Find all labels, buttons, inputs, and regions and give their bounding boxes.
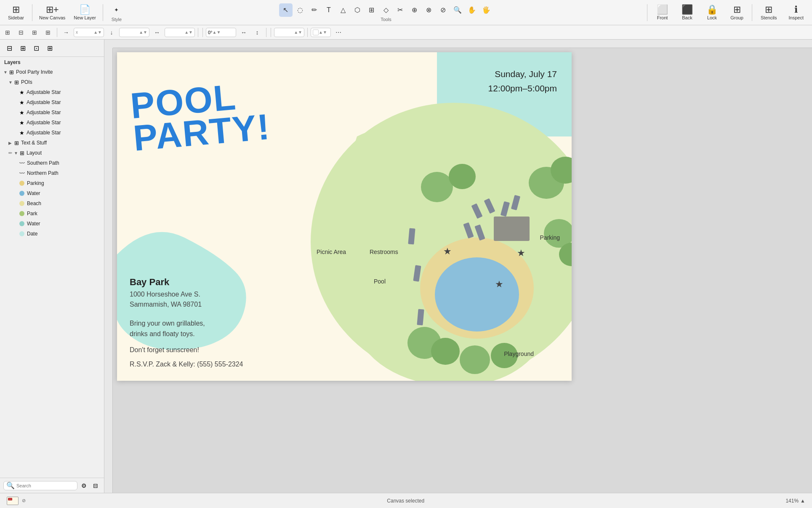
layer-parking[interactable]: Parking xyxy=(2,178,102,188)
node-tool[interactable]: ◇ xyxy=(379,3,393,17)
addr-line1: 1000 Horseshoe Ave S. xyxy=(130,289,269,299)
collapse-button[interactable]: ⊟ xyxy=(91,481,101,491)
new-layer-button[interactable]: 📄 New Layer xyxy=(70,3,99,22)
stencils-button[interactable]: ⊞ Stencils xyxy=(756,3,782,22)
tb2-layers-btn[interactable]: ⊞ xyxy=(2,27,13,38)
tb2-x-input[interactable]: x ▲▼ xyxy=(74,28,104,37)
layer-beach[interactable]: Beach xyxy=(2,198,102,209)
layer-name-water2: Water xyxy=(27,221,101,227)
tb2-arrange-btn[interactable]: ⊞ xyxy=(42,27,54,38)
search-input[interactable] xyxy=(16,483,75,488)
layer-water1[interactable]: Water xyxy=(2,188,102,198)
eye-icon2[interactable]: 👁 xyxy=(79,140,85,146)
layer-pool-party-invite[interactable]: ▼ ⊞ Pool Party Invite xyxy=(2,67,102,77)
transform-tool[interactable]: ⬡ xyxy=(351,3,364,17)
layer-star4[interactable]: ★ Adjustable Star xyxy=(2,118,102,128)
tb2-opacity-input[interactable]: ▲▼ xyxy=(274,28,304,37)
inspect-button[interactable]: ℹ Inspect xyxy=(784,3,809,22)
new-canvas-button[interactable]: ⊞+ New Canvas xyxy=(36,3,69,22)
layer-star3[interactable]: ★ Adjustable Star xyxy=(2,107,102,118)
zoom-level: 141% xyxy=(785,498,799,504)
lock-layer-icon[interactable]: 🔒 xyxy=(93,80,101,85)
pan-tool[interactable]: 🖐 xyxy=(479,3,493,17)
front-button[interactable]: ⬜ Front xyxy=(651,3,674,22)
layer-pois[interactable]: ▼ ⊞ POIs 👁 🖨 🔒 xyxy=(2,77,102,87)
align-btn[interactable]: ⊞ xyxy=(17,42,29,54)
body-line1: Bring your own grillables, xyxy=(130,318,269,329)
toggle-pois[interactable]: ▼ xyxy=(8,80,13,85)
lock-button[interactable]: 🔒 Lock xyxy=(700,3,724,22)
tb2-down-arrow[interactable]: ↓ xyxy=(106,27,117,38)
pool-label: Pool xyxy=(374,278,386,285)
layer-star2[interactable]: ★ Adjustable Star xyxy=(2,97,102,107)
inspect-icon: ℹ xyxy=(794,5,798,14)
canvas-document[interactable]: ★ ★ ★ ★ ★ POOL PARTY! Sunday, July 17 12… xyxy=(117,52,572,381)
lock-icon3[interactable]: 🔒 xyxy=(93,150,101,156)
path-icon-south: 〰 xyxy=(19,160,25,166)
layer-water2[interactable]: Water xyxy=(2,219,102,229)
layer-star5[interactable]: ★ Adjustable Star xyxy=(2,128,102,138)
zoom-tool[interactable]: 🔍 xyxy=(451,3,464,17)
toggle-pool-party[interactable]: ▼ xyxy=(3,70,8,75)
tb2-arrow-btn[interactable]: → xyxy=(60,27,72,38)
style-button[interactable]: ✦ xyxy=(110,3,123,17)
layer-northern-path[interactable]: 〰 Northern Path xyxy=(2,168,102,178)
tb2-snap-btn[interactable]: ⊞ xyxy=(29,27,40,38)
star-icon3: ★ xyxy=(19,110,24,116)
tb2-flip-v[interactable]: ↕ xyxy=(251,27,263,38)
date-color xyxy=(19,231,24,236)
lasso-tool[interactable]: ◌ xyxy=(293,3,307,17)
text-stuff-icon: ⊞ xyxy=(14,140,19,146)
search-input-wrap[interactable]: 🔍 xyxy=(3,481,77,490)
playground-label: Playground xyxy=(504,350,534,357)
sidebar-button[interactable]: ⊞ Sidebar xyxy=(3,3,29,22)
tb2-resize-btn[interactable]: ↔ xyxy=(151,27,163,38)
tb2-angle-input[interactable]: 0° ▲▼ xyxy=(206,28,236,37)
venue-name: Bay Park xyxy=(130,277,269,288)
layers-icon-btn[interactable]: ⊟ xyxy=(3,42,15,54)
lock-icon2[interactable]: 🔒 xyxy=(93,140,101,146)
tb2-more-btn[interactable]: ⋯ xyxy=(333,27,344,38)
link-btn[interactable]: ⊞ xyxy=(44,42,56,54)
pen-tool[interactable]: ✏ xyxy=(308,3,321,17)
tb2-y-input[interactable]: ▲▼ xyxy=(119,28,149,37)
back-button[interactable]: ⬛ Back xyxy=(676,3,699,22)
group-button[interactable]: ⊞ Group xyxy=(725,3,748,22)
tb2-w-input[interactable]: ▲▼ xyxy=(165,28,195,37)
text-tool[interactable]: T xyxy=(322,3,335,17)
tb2-div4 xyxy=(266,28,266,37)
layer-text-stuff[interactable]: ▶ ⊞ Text & Stuff 👁 🖨 🔒 xyxy=(2,138,102,148)
toggle-layout[interactable]: ▼ xyxy=(14,151,19,155)
layer-park[interactable]: Park xyxy=(2,209,102,219)
layer-star1[interactable]: ★ Adjustable Star xyxy=(2,87,102,97)
front-icon: ⬜ xyxy=(657,5,668,14)
connect-tool[interactable]: ⊕ xyxy=(408,3,421,17)
layer-southern-path[interactable]: 〰 Southern Path xyxy=(2,158,102,168)
eye-icon3[interactable]: 👁 xyxy=(79,150,85,156)
print-icon[interactable]: 🖨 xyxy=(86,80,92,85)
tb2-grid-btn[interactable]: ⊟ xyxy=(15,27,27,38)
print-icon2[interactable]: 🖨 xyxy=(86,140,92,146)
select-tool[interactable]: ↖ xyxy=(279,3,293,17)
canvas-area[interactable]: ★ ★ ★ ★ ★ POOL PARTY! Sunday, July 17 12… xyxy=(104,40,812,493)
layer-date[interactable]: Date xyxy=(2,229,102,239)
layer-name-date: Date xyxy=(27,231,101,237)
layer-layout[interactable]: ✏ ▼ ⊞ Layout 👁 🖨 🔒 xyxy=(2,148,102,158)
search-icon: 🔍 xyxy=(6,481,15,489)
merge-tool[interactable]: ⊗ xyxy=(422,3,436,17)
scissors-tool[interactable]: ✂ xyxy=(394,3,407,17)
settings-button[interactable]: ⚙ xyxy=(79,481,89,491)
date-line2: 12:00pm–5:00pm xyxy=(488,81,557,96)
outline-btn[interactable]: ⊡ xyxy=(30,42,42,54)
hand-tool[interactable]: ✋ xyxy=(465,3,479,17)
layer-name-park: Park xyxy=(27,211,101,217)
print-icon3[interactable]: 🖨 xyxy=(86,150,92,156)
stamp-tool[interactable]: ⊘ xyxy=(437,3,450,17)
grid-tool[interactable]: ⊞ xyxy=(365,3,378,17)
shape-tool[interactable]: △ xyxy=(336,3,350,17)
toggle-text-stuff[interactable]: ▶ xyxy=(8,141,13,145)
eye-icon[interactable]: 👁 xyxy=(79,80,85,85)
picnic-area-label: Picnic Area xyxy=(317,249,346,255)
tb2-flip-h[interactable]: ↔ xyxy=(238,27,250,38)
tb2-color-input[interactable]: ▲▼ xyxy=(311,28,331,37)
